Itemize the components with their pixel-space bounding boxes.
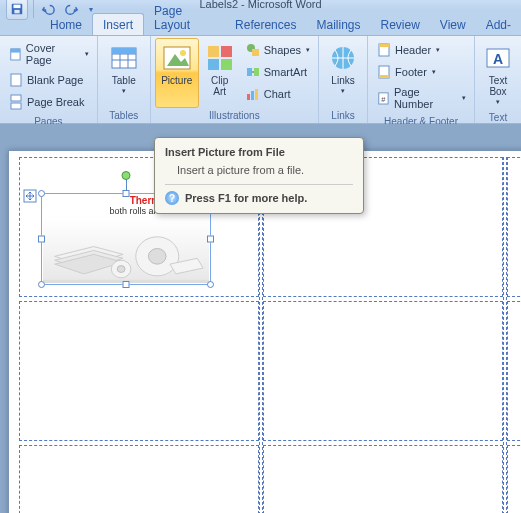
resize-handle-se[interactable] <box>207 281 214 288</box>
tooltip-help: ? Press F1 for more help. <box>165 191 353 205</box>
svg-rect-1 <box>14 5 21 9</box>
svg-point-45 <box>117 266 125 273</box>
label: Table <box>112 75 136 86</box>
cover-page-icon <box>8 46 23 62</box>
clipart-button[interactable]: ClipArt <box>201 38 239 108</box>
qat-separator <box>33 0 34 18</box>
resize-handle-nw[interactable] <box>38 190 45 197</box>
label-cell[interactable] <box>19 301 259 441</box>
svg-rect-27 <box>255 89 258 100</box>
header-button[interactable]: Header▾ <box>372 40 470 60</box>
resize-handle-sw[interactable] <box>38 281 45 288</box>
label: Chart <box>264 88 291 100</box>
label: Page Break <box>27 96 84 108</box>
resize-handle-e[interactable] <box>207 236 214 243</box>
label: Blank Page <box>27 74 83 86</box>
chevron-down-icon: ▾ <box>432 68 436 76</box>
resize-handle-n[interactable] <box>123 190 130 197</box>
label-cell[interactable] <box>507 301 521 441</box>
group-text: A TextBox ▾ Text <box>475 36 521 123</box>
help-icon: ? <box>165 191 179 205</box>
label: Cover Page <box>26 42 80 66</box>
group-label: Text <box>479 110 517 125</box>
undo-button[interactable] <box>37 0 59 20</box>
header-icon <box>376 42 392 58</box>
smartart-button[interactable]: SmartArt <box>241 62 314 82</box>
gutter <box>503 157 507 513</box>
cover-page-button[interactable]: Cover Page▾ <box>4 40 93 68</box>
table-move-handle[interactable] <box>23 189 37 203</box>
chevron-down-icon: ▾ <box>85 50 89 58</box>
chart-icon <box>245 86 261 102</box>
footer-button[interactable]: Footer▾ <box>372 62 470 82</box>
svg-rect-24 <box>254 68 259 76</box>
svg-rect-20 <box>221 59 232 70</box>
picture-button[interactable]: Picture <box>155 38 199 108</box>
label-cell[interactable] <box>263 445 503 513</box>
label: SmartArt <box>264 66 307 78</box>
page-break-icon <box>8 94 24 110</box>
tooltip-separator <box>165 184 353 185</box>
page-number-button[interactable]: #Page Number▾ <box>372 84 470 112</box>
svg-rect-5 <box>11 74 21 86</box>
tooltip-help-text: Press F1 for more help. <box>185 192 307 204</box>
textbox-icon: A <box>482 42 514 74</box>
tab-insert[interactable]: Insert <box>92 13 144 35</box>
save-button[interactable] <box>6 0 28 20</box>
links-button[interactable]: Links ▾ <box>323 38 363 108</box>
svg-rect-2 <box>14 10 19 14</box>
label-cell[interactable] <box>19 445 259 513</box>
label: Header <box>395 44 431 56</box>
label-cell[interactable] <box>507 445 521 513</box>
chevron-down-icon: ▾ <box>436 46 440 54</box>
svg-point-43 <box>148 249 166 265</box>
svg-rect-22 <box>252 49 259 56</box>
label: Footer <box>395 66 427 78</box>
picture-icon <box>161 42 193 74</box>
quick-access-toolbar: ▾ <box>6 0 99 20</box>
svg-rect-32 <box>379 75 389 78</box>
clipart-icon <box>204 42 236 74</box>
svg-rect-17 <box>208 46 219 57</box>
textbox-button[interactable]: A TextBox ▾ <box>479 38 517 110</box>
group-label: Links <box>323 108 363 123</box>
shapes-button[interactable]: Shapes▾ <box>241 40 314 60</box>
qat-customize[interactable]: ▾ <box>85 0 97 20</box>
svg-text:A: A <box>493 51 503 67</box>
save-icon <box>10 2 24 16</box>
label: Picture <box>161 75 192 86</box>
picture-graphic <box>43 216 209 283</box>
smartart-icon <box>245 64 261 80</box>
tab-addins[interactable]: Add- <box>476 14 521 35</box>
chart-button[interactable]: Chart <box>241 84 314 104</box>
tab-references[interactable]: References <box>225 14 306 35</box>
window-title: Labels2 - Microsoft Word <box>199 0 321 10</box>
svg-rect-4 <box>11 48 20 52</box>
chevron-down-icon: ▾ <box>341 87 345 95</box>
label-cell[interactable] <box>507 157 521 297</box>
group-label: Tables <box>102 108 146 123</box>
redo-button[interactable] <box>61 0 83 20</box>
label-cell[interactable] <box>263 301 503 441</box>
undo-icon <box>41 2 55 16</box>
page-break-button[interactable]: Page Break <box>4 92 93 112</box>
page-number-icon: # <box>376 90 391 106</box>
table-button[interactable]: Table ▾ <box>102 38 146 108</box>
svg-rect-26 <box>251 91 254 100</box>
rotation-handle[interactable] <box>122 171 131 180</box>
svg-rect-19 <box>208 59 219 70</box>
resize-handle-w[interactable] <box>38 236 45 243</box>
resize-handle-s[interactable] <box>123 281 130 288</box>
label: Page Number <box>394 86 457 110</box>
tab-review[interactable]: Review <box>370 14 429 35</box>
blank-page-button[interactable]: Blank Page <box>4 70 93 90</box>
tab-mailings[interactable]: Mailings <box>306 14 370 35</box>
chevron-down-icon: ▾ <box>462 94 466 102</box>
group-label: Illustrations <box>155 108 314 123</box>
group-tables: Table ▾ Tables <box>98 36 151 123</box>
tab-view[interactable]: View <box>430 14 476 35</box>
tooltip-body: Insert a picture from a file. <box>177 164 353 176</box>
footer-icon <box>376 64 392 80</box>
label: TextBox <box>489 75 507 97</box>
chevron-down-icon: ▾ <box>306 46 310 54</box>
